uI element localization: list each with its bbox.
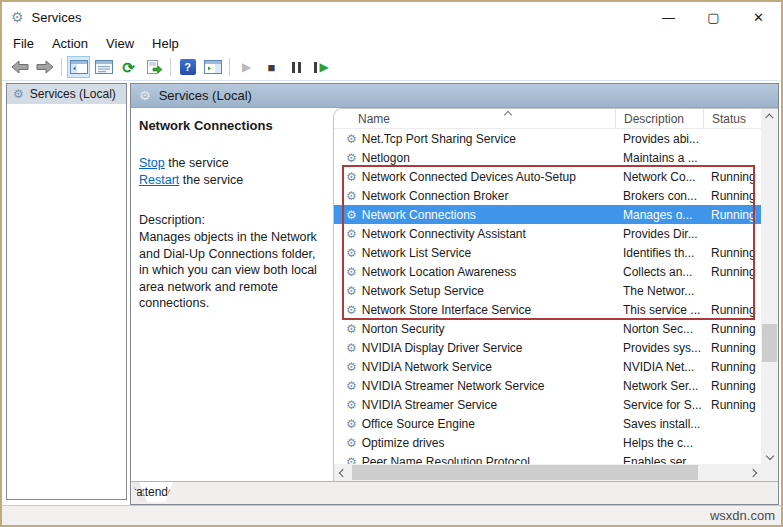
table-row[interactable]: ⚙Network Location Awareness Collects an.…: [334, 262, 761, 281]
menu-help[interactable]: Help: [143, 34, 188, 53]
table-row[interactable]: ⚙Network Store Interface Service This se…: [334, 300, 761, 319]
tree-item-services-local[interactable]: ⚙ Services (Local): [7, 84, 126, 104]
service-name: NVIDIA Display Driver Service: [362, 341, 523, 355]
service-status: Running: [703, 170, 761, 184]
export-list-icon[interactable]: [142, 56, 165, 78]
service-description: Collects an...: [615, 265, 703, 279]
service-name: Norton Security: [362, 322, 445, 336]
service-name: Netlogon: [362, 151, 410, 165]
table-row[interactable]: ⚙NVIDIA Streamer Network Service Network…: [334, 376, 761, 395]
vertical-scrollbar-thumb[interactable]: [762, 324, 777, 362]
restart-suffix: the service: [179, 173, 243, 187]
table-row[interactable]: ⚙Network Connectivity Assistant Provides…: [334, 224, 761, 243]
show-action-pane-icon[interactable]: [201, 56, 224, 78]
properties-icon[interactable]: [92, 56, 115, 78]
title-bar: ⚙ Services — ▢ ✕: [2, 2, 781, 32]
menu-file[interactable]: File: [4, 34, 43, 53]
column-header-description[interactable]: Description: [615, 109, 703, 128]
table-row[interactable]: ⚙Netlogon Maintains a ...: [334, 148, 761, 167]
app-gear-icon: ⚙: [11, 10, 24, 24]
forward-icon[interactable]: [33, 56, 56, 78]
table-row[interactable]: ⚙Network Connections Manages o... Runnin…: [334, 205, 761, 224]
column-header-name[interactable]: Name: [334, 109, 615, 128]
pause-service-icon[interactable]: [285, 56, 308, 78]
column-header-status[interactable]: Status: [703, 109, 761, 128]
service-description: The Networ...: [615, 284, 703, 298]
stop-service-link[interactable]: Stop: [139, 156, 165, 170]
service-gear-icon: ⚙: [346, 361, 357, 373]
service-status: Running: [703, 398, 761, 412]
service-status: Running: [703, 189, 761, 203]
scrollbar-corner: [761, 464, 778, 481]
service-gear-icon: ⚙: [346, 285, 357, 297]
service-description: Maintains a ...: [615, 151, 703, 165]
table-row[interactable]: ⚙Network Connection Broker Brokers con..…: [334, 186, 761, 205]
horizontal-scrollbar[interactable]: [334, 464, 761, 481]
maximize-button[interactable]: ▢: [691, 2, 736, 32]
vertical-scrollbar[interactable]: [761, 109, 778, 464]
restart-service-icon[interactable]: ▶: [310, 56, 333, 78]
service-gear-icon: ⚙: [346, 456, 357, 465]
service-description: Identifies th...: [615, 246, 703, 260]
stop-suffix: the service: [165, 156, 229, 170]
scroll-up-icon[interactable]: [761, 109, 778, 125]
table-row[interactable]: ⚙Peer Name Resolution Protocol Enables s…: [334, 452, 761, 464]
table-row[interactable]: ⚙Norton Security Norton Sec... Running: [334, 319, 761, 338]
toolbar-separator: [61, 58, 62, 76]
minimize-button[interactable]: —: [646, 2, 691, 32]
restart-service-link[interactable]: Restart: [139, 173, 179, 187]
start-service-icon[interactable]: ▶: [235, 56, 258, 78]
back-icon[interactable]: [8, 56, 31, 78]
table-row[interactable]: ⚙Network Setup Service The Networ...: [334, 281, 761, 300]
table-row[interactable]: ⚙Net.Tcp Port Sharing Service Provides a…: [334, 129, 761, 148]
refresh-icon[interactable]: ⟳: [117, 56, 140, 78]
service-description: Saves install...: [615, 417, 703, 431]
table-row[interactable]: ⚙NVIDIA Streamer Service Service for S..…: [334, 395, 761, 414]
service-status: Running: [703, 208, 761, 222]
table-row[interactable]: ⚙Network Connected Devices Auto-Setup Ne…: [334, 167, 761, 186]
service-name: Office Source Engine: [362, 417, 475, 431]
help-icon[interactable]: ?: [176, 56, 199, 78]
table-row[interactable]: ⚙Optimize drives Helps the c...: [334, 433, 761, 452]
pane-header: ⚙ Services (Local): [131, 84, 778, 108]
pane-header-label: Services (Local): [159, 88, 252, 103]
service-name: Optimize drives: [362, 436, 445, 450]
menu-bar: File Action View Help: [2, 32, 781, 54]
service-gear-icon: ⚙: [346, 380, 357, 392]
restart-service-line: Restart the service: [139, 172, 323, 189]
table-row[interactable]: ⚙NVIDIA Display Driver Service Provides …: [334, 338, 761, 357]
service-status: Running: [703, 322, 761, 336]
stop-service-icon[interactable]: ■: [260, 56, 283, 78]
service-name: NVIDIA Streamer Service: [362, 398, 497, 412]
table-row[interactable]: ⚙NVIDIA Network Service NVIDIA Net... Ru…: [334, 357, 761, 376]
menu-view[interactable]: View: [97, 34, 143, 53]
services-gear-icon: ⚙: [13, 88, 24, 100]
scroll-down-icon[interactable]: [761, 448, 778, 464]
service-gear-icon: ⚙: [346, 209, 357, 221]
extended-info-panel: Network Connections Stop the service Res…: [131, 108, 333, 481]
list-column-headers: Name Description Status: [334, 109, 761, 129]
close-button[interactable]: ✕: [736, 2, 781, 32]
show-console-tree-icon[interactable]: [67, 56, 90, 78]
service-gear-icon: ⚙: [346, 418, 357, 430]
services-list-card: Name Description Status ⚙Net.Tcp Port Sh…: [333, 108, 778, 481]
table-row[interactable]: ⚙Office Source Engine Saves install...: [334, 414, 761, 433]
service-rows: ⚙Net.Tcp Port Sharing Service Provides a…: [334, 129, 761, 464]
service-name: NVIDIA Streamer Network Service: [362, 379, 545, 393]
service-description: Provides abi...: [615, 132, 703, 146]
toolbar-separator: [229, 58, 230, 76]
status-bar: wsxdn.com: [2, 505, 781, 525]
menu-action[interactable]: Action: [43, 34, 97, 53]
service-description: Norton Sec...: [615, 322, 703, 336]
service-gear-icon: ⚙: [346, 228, 357, 240]
service-status: Running: [703, 360, 761, 374]
service-description: This service ...: [615, 303, 703, 317]
table-row[interactable]: ⚙Network List Service Identifies th... R…: [334, 243, 761, 262]
service-status: Running: [703, 303, 761, 317]
tree-item-label: Services (Local): [30, 87, 116, 101]
horizontal-scrollbar-thumb[interactable]: [352, 465, 698, 480]
scroll-left-icon[interactable]: [334, 465, 351, 481]
scroll-right-icon[interactable]: [744, 464, 761, 481]
service-gear-icon: ⚙: [346, 323, 357, 335]
service-name: NVIDIA Network Service: [362, 360, 492, 374]
